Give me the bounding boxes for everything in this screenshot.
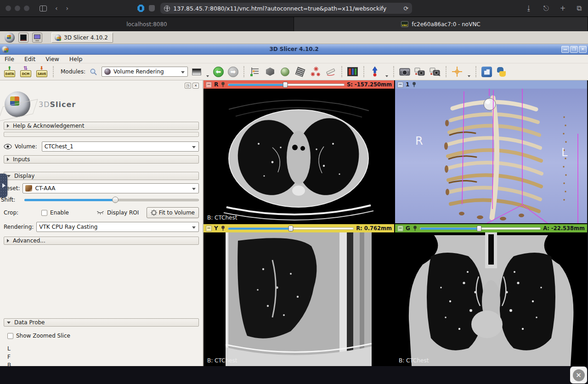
annotation-ruler-icon[interactable]	[325, 66, 336, 77]
crop-enable-checkbox[interactable]	[41, 210, 47, 216]
reload-icon[interactable]: ⟳	[403, 5, 408, 12]
screenshot-camera-icon[interactable]	[399, 66, 410, 77]
novnc-close-button[interactable]: ✕	[570, 367, 587, 384]
minimize-window-icon[interactable]	[15, 6, 20, 11]
extensions-manager-icon[interactable]	[481, 67, 492, 77]
menu-file[interactable]: File	[5, 56, 14, 62]
section-advanced[interactable]: Advanced...	[4, 237, 199, 245]
display-icon[interactable]	[32, 33, 42, 43]
new-tab-icon[interactable]: +	[560, 4, 566, 12]
chevron-down-icon[interactable]	[206, 75, 209, 77]
dicom-button[interactable]: ⇅ DCM	[20, 66, 32, 78]
collapse-view-button[interactable]: −	[206, 226, 212, 232]
tab-novnc[interactable]: VNC fc2e60a86ac7:0 - noVNC	[294, 17, 588, 31]
module-back-button[interactable]: ⬅	[213, 67, 224, 77]
novnc-control-bar-handle[interactable]	[0, 174, 7, 198]
section-display[interactable]: Display	[4, 172, 199, 180]
show-zoomed-slice-checkbox[interactable]	[7, 333, 13, 339]
zoom-window-icon[interactable]	[24, 6, 29, 11]
back-icon[interactable]: ‹	[55, 5, 58, 12]
section-help-acknowledgement[interactable]: Help & Acknowledgement	[4, 122, 199, 130]
green-slider-knob[interactable]	[476, 226, 481, 232]
pin-icon[interactable]	[220, 82, 226, 87]
close-button[interactable]: ✕	[579, 46, 587, 53]
shift-slider[interactable]	[24, 196, 199, 204]
closed-eye-icon[interactable]	[96, 210, 104, 215]
eye-icon[interactable]	[4, 144, 12, 149]
module-selector[interactable]: Volume Rendering	[102, 67, 188, 77]
preset-selector[interactable]: CT-AAA	[23, 183, 199, 193]
red-view-letter: R	[214, 81, 218, 88]
chevron-down-icon[interactable]	[468, 75, 470, 77]
layout-tree-icon[interactable]	[249, 66, 260, 77]
downloads-icon[interactable]: ⭳	[526, 4, 532, 12]
green-slice-view: − G A: -22.538mm	[395, 224, 587, 366]
close-window-icon[interactable]	[6, 6, 11, 11]
collapse-view-button[interactable]: −	[397, 82, 403, 88]
shift-slider-knob[interactable]	[112, 197, 119, 203]
scene-view-camera-icon[interactable]	[414, 66, 425, 77]
url-text[interactable]: 137.85.45.7:8080/x11/vnc.html?autoconnec…	[173, 5, 403, 12]
red-slider-knob[interactable]	[283, 82, 288, 88]
privacy-report-icon[interactable]	[149, 5, 155, 11]
module-forward-button[interactable]: ➡	[228, 67, 238, 77]
fit-to-volume-button[interactable]: Fit to Volume	[147, 207, 199, 218]
volume-label: Volume:	[15, 143, 37, 150]
menu-view[interactable]: View	[45, 56, 59, 62]
display-roi-label[interactable]: Display ROI	[107, 209, 139, 216]
fiducial-icon[interactable]	[369, 66, 380, 77]
section-inputs[interactable]: Inputs	[4, 155, 199, 164]
load-data-button[interactable]: ⬆ DATA	[4, 66, 16, 78]
volume-selector[interactable]: CTChest_1	[42, 141, 199, 152]
green-slice-slider[interactable]	[420, 226, 541, 231]
layout-selector-icon[interactable]	[347, 66, 358, 77]
chevron-down-icon[interactable]	[385, 75, 388, 77]
terminal-icon[interactable]	[18, 33, 28, 43]
close-panel-icon[interactable]: ✕	[192, 83, 199, 89]
privacy-shield-icon[interactable]	[137, 5, 144, 12]
scene-view-restore-icon[interactable]	[430, 66, 441, 77]
mesh-cone-icon[interactable]	[295, 66, 306, 77]
python-console-icon[interactable]	[496, 67, 507, 77]
crosshair-cube-icon[interactable]	[265, 66, 276, 77]
window-titlebar[interactable]: 3D Slicer 4.10.2 — ❐ ✕	[0, 44, 588, 55]
collapse-view-button[interactable]: −	[206, 82, 212, 88]
slicer-app-icon[interactable]	[5, 33, 15, 43]
maximize-button[interactable]: ❐	[570, 46, 578, 53]
tab-localhost[interactable]: localhost:8080	[0, 17, 294, 31]
crop-enable-label: Enable	[50, 209, 69, 216]
section-data-probe[interactable]: Data Probe	[4, 318, 199, 327]
menu-help[interactable]: Help	[69, 56, 83, 62]
crosshair-icon[interactable]	[452, 66, 463, 77]
section-inputs-label: Inputs	[13, 156, 30, 163]
pin-icon[interactable]	[413, 226, 418, 231]
snowflake-markers-icon[interactable]	[310, 66, 321, 77]
taskbar-slicer-button[interactable]: 3D Slicer 4.10.2	[51, 33, 113, 43]
sidebar-toggle-icon[interactable]	[40, 6, 47, 11]
pin-icon[interactable]	[412, 82, 417, 87]
red-slice-slider[interactable]	[228, 83, 345, 87]
forward-icon[interactable]: ›	[66, 5, 69, 12]
menu-edit[interactable]: Edit	[24, 56, 35, 62]
green-slice-viewport[interactable]: B: CTChest	[395, 232, 587, 366]
tab-overview-icon[interactable]: ⧉	[577, 4, 582, 12]
undock-panel-icon[interactable]: ◳	[185, 83, 191, 89]
screenshot-sphere-icon[interactable]	[280, 66, 291, 77]
address-bar[interactable]: 137.85.45.7:8080/x11/vnc.html?autoconnec…	[160, 3, 412, 14]
separator	[53, 66, 54, 77]
expand-arrow-icon	[2, 183, 6, 188]
pin-icon[interactable]	[220, 226, 226, 231]
save-button[interactable]: ⬇ SAVE	[36, 66, 48, 78]
globe-icon	[164, 6, 170, 11]
collapse-view-button[interactable]: −	[397, 226, 403, 232]
three-d-viewport[interactable]: R L	[395, 89, 587, 223]
rendering-selector[interactable]: VTK CPU Ray Casting	[36, 222, 199, 232]
window-level-icon[interactable]	[192, 68, 201, 75]
module-search-icon[interactable]	[90, 68, 97, 76]
yellow-slice-slider[interactable]	[228, 226, 354, 231]
yellow-slice-viewport[interactable]: B: CTChest	[204, 232, 394, 366]
share-icon[interactable]: ⎋	[543, 4, 549, 12]
minimize-button[interactable]: —	[561, 46, 569, 53]
red-slice-viewport[interactable]: B: CTChest	[204, 89, 394, 223]
yellow-slider-knob[interactable]	[288, 226, 293, 232]
